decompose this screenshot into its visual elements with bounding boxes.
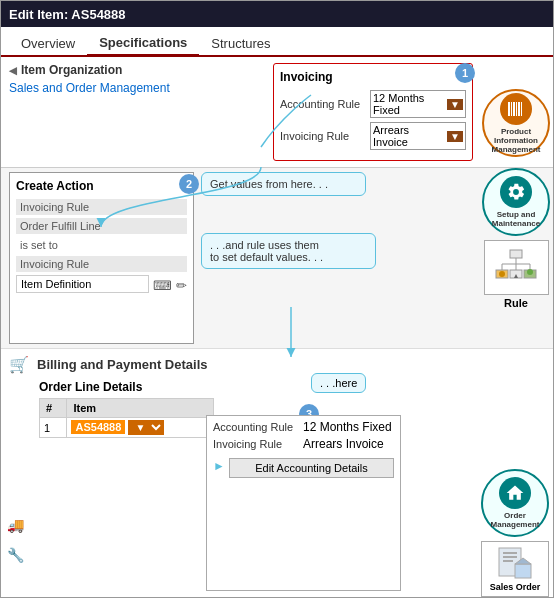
create-action-box: Create Action Invoicing Rule Order Fulfi…	[9, 172, 194, 344]
billing-header: 🛒 Billing and Payment Details	[9, 355, 473, 374]
pim-label: ProductInformationManagement	[492, 127, 541, 154]
om-inner-icon	[499, 477, 531, 509]
tab-specifications[interactable]: Specifications	[87, 31, 199, 57]
middle-section: Create Action Invoicing Rule Order Fulfi…	[1, 168, 553, 348]
svg-rect-0	[508, 102, 510, 116]
svg-rect-20	[503, 556, 517, 558]
svg-point-15	[499, 271, 505, 277]
col-num: #	[40, 399, 67, 418]
sam-inner-icon	[500, 176, 532, 208]
title-bar: Edit Item: AS54888	[1, 1, 553, 27]
bottom-right-icons: OrderManagement Sales Order	[481, 469, 551, 597]
edit-icon[interactable]: ✏	[176, 278, 187, 293]
rule-label: Rule	[504, 297, 528, 309]
arrow-right-icon: ►	[213, 459, 225, 473]
left-side-icons: 🚚 🔧	[3, 513, 27, 567]
invoicing-rule-label: Invoicing Rule	[280, 130, 370, 142]
invoicing-rule-arrow[interactable]: ▼	[447, 131, 463, 142]
accounting-rule-arrow[interactable]: ▼	[447, 99, 463, 110]
svg-rect-5	[521, 102, 522, 116]
acct-invoicing-label: Invoicing Rule	[213, 438, 303, 450]
get-values-text: Get values from here. . .	[210, 178, 328, 190]
svg-rect-6	[510, 250, 522, 258]
and-rule-bubble: . . .and rule uses themto set default va…	[201, 233, 376, 269]
tab-structures[interactable]: Structures	[199, 32, 282, 55]
invoicing-rule-row: Invoicing Rule Arrears Invoice ▼	[280, 122, 466, 150]
svg-rect-3	[516, 102, 517, 116]
accounting-rule-select[interactable]: 12 Months Fixed ▼	[370, 90, 466, 118]
row-item: AS54888 ▼	[67, 418, 214, 438]
om-label: OrderManagement	[491, 511, 540, 529]
invoicing-rule-select[interactable]: Arrears Invoice ▼	[370, 122, 466, 150]
item-table: # Item 1 AS54888 ▼	[39, 398, 214, 438]
svg-rect-1	[511, 102, 512, 116]
sam-label: Setup andMaintenance	[492, 210, 540, 228]
org-link[interactable]: Sales and Order Management	[9, 81, 170, 95]
svg-point-17	[527, 269, 533, 275]
ca-row4: Invoicing Rule	[16, 256, 187, 272]
svg-rect-19	[503, 552, 517, 554]
rule-icon-frame[interactable]	[484, 240, 549, 295]
item-tag: AS54888	[71, 420, 125, 434]
accounting-rule-value: 12 Months Fixed	[373, 92, 444, 116]
pim-inner-icon	[500, 93, 532, 125]
tab-bar: Overview Specifications Structures	[1, 27, 553, 57]
get-values-bubble: Get values from here. . .	[201, 172, 366, 196]
top-section: ◀ Item Organization Sales and Order Mana…	[1, 57, 553, 168]
and-rule-text: . . .and rule uses themto set default va…	[210, 239, 323, 263]
svg-rect-4	[518, 102, 520, 116]
order-management-circle[interactable]: OrderManagement	[481, 469, 549, 537]
here-text: . . .here	[320, 377, 357, 389]
main-container: Edit Item: AS54888 Overview Specificatio…	[0, 0, 554, 598]
edit-acct-button[interactable]: Edit Accounting Details	[229, 458, 394, 478]
invoicing-rule-value: Arrears Invoice	[373, 124, 444, 148]
ca-row3: is set to	[16, 237, 187, 253]
svg-rect-2	[513, 102, 515, 116]
ca-row2: Order Fulfill Line	[16, 218, 187, 234]
badge-1: 1	[455, 63, 475, 83]
row-num: 1	[40, 418, 67, 438]
pim-circle[interactable]: ProductInformationManagement	[482, 89, 550, 157]
acct-invoicing-value: Arrears Invoice	[303, 437, 384, 451]
ca-row5-container: Item Definition ⌨ ✏	[16, 275, 187, 296]
ca-row1: Invoicing Rule	[16, 199, 187, 215]
tool-icon: 🔧	[3, 543, 27, 567]
tab-overview[interactable]: Overview	[9, 32, 87, 55]
table-row: 1 AS54888 ▼	[40, 418, 214, 438]
truck-icon: 🚚	[3, 513, 27, 537]
triangle-icon: ◀	[9, 65, 17, 76]
cart-icon: 🛒	[9, 355, 29, 374]
acct-invoicing-row: Invoicing Rule Arrears Invoice	[213, 437, 394, 451]
accounting-rule-row: Accounting Rule 12 Months Fixed ▼	[280, 90, 466, 118]
item-dropdown[interactable]: ▼	[128, 420, 164, 435]
badge-2: 2	[179, 174, 199, 194]
order-line-header: Order Line Details	[39, 380, 473, 394]
acct-accounting-row: Accounting Rule 12 Months Fixed	[213, 420, 394, 434]
bottom-section: 🛒 Billing and Payment Details 🚚 🔧 Order …	[1, 348, 553, 597]
sales-order-box[interactable]: Sales Order	[481, 541, 549, 597]
here-bubble: . . .here	[311, 373, 366, 393]
accounting-rule-label: Accounting Rule	[280, 98, 370, 110]
page-title: Edit Item: AS54888	[9, 7, 126, 22]
sales-order-label: Sales Order	[490, 582, 541, 592]
acct-accounting-value: 12 Months Fixed	[303, 420, 392, 434]
acct-accounting-label: Accounting Rule	[213, 421, 303, 433]
item-org-panel: ◀ Item Organization Sales and Order Mana…	[9, 63, 265, 161]
invoicing-panel: Invoicing Accounting Rule 12 Months Fixe…	[273, 63, 473, 161]
create-action-title: Create Action	[16, 179, 187, 193]
setup-maintenance-circle[interactable]: Setup andMaintenance	[482, 168, 550, 236]
content-area: ◀ Item Organization Sales and Order Mana…	[1, 57, 553, 597]
item-org-header: Item Organization	[21, 63, 122, 77]
ca-row5: Item Definition	[16, 275, 149, 293]
billing-title: Billing and Payment Details	[37, 357, 208, 372]
col-item: Item	[67, 399, 214, 418]
keyboard-icon[interactable]: ⌨	[153, 278, 172, 293]
invoicing-header: Invoicing	[280, 70, 333, 84]
svg-rect-21	[503, 560, 513, 562]
svg-rect-22	[515, 564, 531, 578]
rule-box: Rule	[481, 240, 551, 309]
acct-details-box: Accounting Rule 12 Months Fixed Invoicin…	[206, 415, 401, 591]
